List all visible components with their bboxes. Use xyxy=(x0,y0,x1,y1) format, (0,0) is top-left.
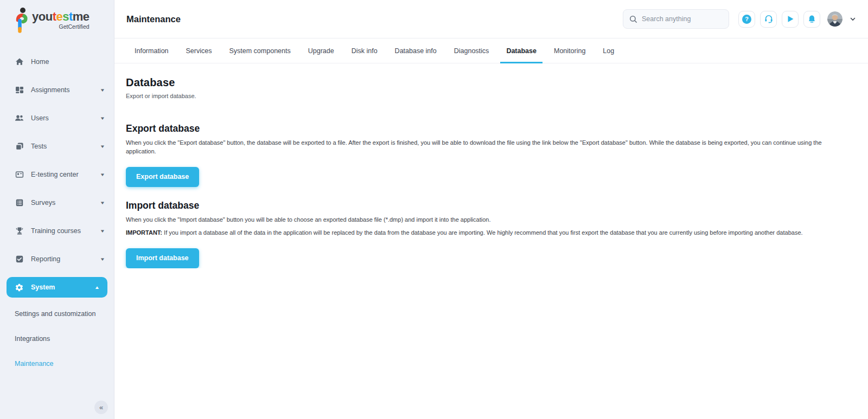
tab-database[interactable]: Database xyxy=(497,38,545,63)
sidebar-item-surveys[interactable]: Surveys ▼ xyxy=(0,189,114,217)
export-description: When you click the "Export database" but… xyxy=(126,139,853,156)
sidebar-subitem-maintenance[interactable]: Maintenance xyxy=(0,351,114,376)
sidebar-item-system[interactable]: System ▲ xyxy=(7,277,107,298)
sidebar-item-users[interactable]: Users ▼ xyxy=(0,104,114,132)
chevron-up-icon: ▲ xyxy=(94,285,100,290)
tab-log[interactable]: Log xyxy=(594,38,623,63)
sidebar-item-training-courses[interactable]: Training courses ▼ xyxy=(0,217,114,245)
notifications-button[interactable] xyxy=(803,11,820,28)
headset-icon xyxy=(764,14,774,24)
dashboard-icon xyxy=(15,86,24,95)
chevron-down-icon: ▼ xyxy=(100,201,105,205)
export-database-section: Export database When you click the "Expo… xyxy=(126,123,853,187)
home-icon xyxy=(15,57,24,67)
tab-disk-info[interactable]: Disk info xyxy=(343,38,386,63)
tab-content: Database Export or import database. Expo… xyxy=(114,63,868,268)
sidebar-nav: Home Assignments ▼ Users ▼ Tests ▼ xyxy=(0,48,114,376)
list-icon xyxy=(15,198,24,208)
tests-icon xyxy=(15,142,24,151)
sidebar-subitem-integrations[interactable]: Integrations xyxy=(0,326,114,351)
sidebar-item-reporting[interactable]: Reporting ▼ xyxy=(0,245,114,273)
support-button[interactable] xyxy=(760,11,777,28)
chevron-down-icon: ▼ xyxy=(100,88,105,93)
tab-database-info[interactable]: Database info xyxy=(386,38,445,63)
double-chevron-left-icon: « xyxy=(99,403,103,411)
youtestme-logo: youtestme GetCertified xyxy=(0,0,114,34)
sidebar-item-tests[interactable]: Tests ▼ xyxy=(0,132,114,160)
chevron-down-icon: ▼ xyxy=(100,257,105,262)
import-database-button[interactable]: Import database xyxy=(126,248,199,268)
sidebar-subitem-settings-and-customization[interactable]: Settings and customization xyxy=(0,301,114,326)
trophy-icon xyxy=(15,227,24,236)
tab-information[interactable]: Information xyxy=(126,38,177,63)
sidebar-item-etesting-center[interactable]: E-testing center ▼ xyxy=(0,160,114,189)
report-icon xyxy=(15,255,24,264)
tab-monitoring[interactable]: Monitoring xyxy=(545,38,594,63)
tutorial-button[interactable] xyxy=(782,11,799,28)
gear-icon xyxy=(15,283,24,292)
tab-upgrade[interactable]: Upgrade xyxy=(299,38,343,63)
brand-tagline: GetCertified xyxy=(59,23,90,30)
play-icon xyxy=(786,15,795,23)
brand-wordmark: youtestme xyxy=(32,11,90,23)
chevron-down-icon: ▼ xyxy=(100,229,105,234)
export-database-button[interactable]: Export database xyxy=(126,167,199,187)
tab-services[interactable]: Services xyxy=(177,38,221,63)
users-icon xyxy=(15,114,24,123)
chevron-down-icon: ▼ xyxy=(100,144,105,149)
monitor-icon xyxy=(15,170,24,179)
sidebar-collapse-button[interactable]: « xyxy=(94,401,108,414)
search-input[interactable] xyxy=(642,15,723,23)
page-title: Maintenance xyxy=(126,14,181,24)
youtestme-logo-mark xyxy=(14,7,30,34)
import-heading: Import database xyxy=(126,200,853,211)
tab-system-components[interactable]: System components xyxy=(220,38,299,63)
bell-icon xyxy=(807,15,816,24)
chevron-down-icon: ▼ xyxy=(100,172,105,177)
help-button[interactable]: ? xyxy=(738,11,755,28)
question-mark-icon: ? xyxy=(742,15,751,24)
import-warning: IMPORTANT: If you import a database all … xyxy=(126,229,853,237)
chevron-down-icon: ▼ xyxy=(100,116,105,121)
important-label: IMPORTANT: xyxy=(126,229,162,236)
sidebar: youtestme GetCertified Home Assignments … xyxy=(0,0,114,419)
user-menu-chevron-icon[interactable] xyxy=(850,16,856,22)
search-icon xyxy=(629,15,637,23)
sidebar-item-assignments[interactable]: Assignments ▼ xyxy=(0,76,114,104)
avatar[interactable] xyxy=(827,11,843,27)
top-header: Maintenance ? xyxy=(114,0,868,38)
import-database-section: Import database When you click the "Impo… xyxy=(126,200,853,268)
main-area: Maintenance ? xyxy=(114,0,868,419)
tab-diagnostics[interactable]: Diagnostics xyxy=(445,38,498,63)
section-subtitle: Export or import database. xyxy=(126,93,853,99)
tab-bar: Information Services System components U… xyxy=(114,38,868,63)
section-heading-database: Database xyxy=(126,76,853,89)
import-description: When you click the "Import database" but… xyxy=(126,216,853,224)
export-heading: Export database xyxy=(126,123,853,134)
search-box xyxy=(623,9,729,29)
sidebar-item-home[interactable]: Home xyxy=(0,48,114,76)
